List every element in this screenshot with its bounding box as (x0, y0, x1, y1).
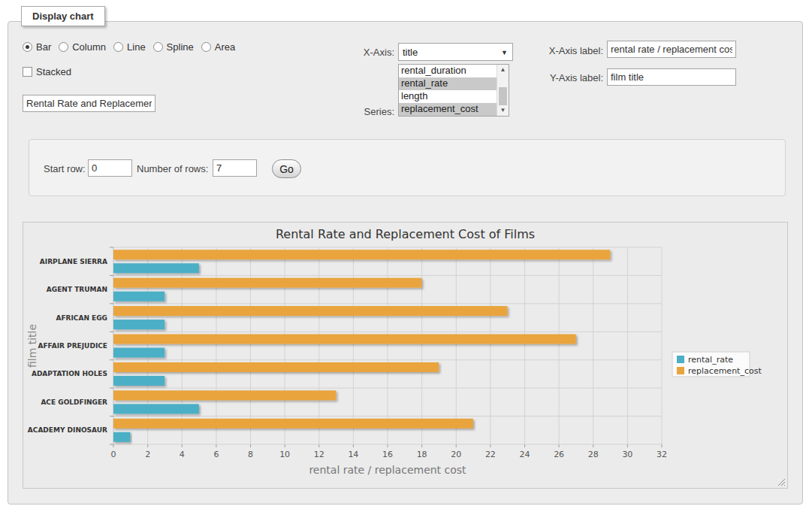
x-tick-label: 18 (417, 450, 427, 459)
checkbox-icon[interactable] (23, 67, 32, 77)
x-tick-label: 0 (111, 450, 116, 459)
resize-handle-icon[interactable] (777, 478, 786, 486)
x-tick-label: 10 (279, 450, 290, 459)
scroll-down-icon[interactable]: ▼ (497, 105, 509, 116)
start-row-caption: Start row: (44, 163, 86, 174)
category-label: ADAPTATION HOLES (32, 370, 107, 377)
legend-label[interactable]: replacement_cost (688, 366, 762, 376)
radio-button-icon[interactable] (59, 42, 68, 52)
bar-rental_rate[interactable] (113, 376, 165, 386)
x-tick-label: 28 (588, 450, 599, 459)
stacked-label: Stacked (36, 66, 71, 77)
stacked-checkbox-row[interactable]: Stacked (23, 66, 71, 77)
bar-rental_rate[interactable] (113, 404, 199, 414)
x-tick-label: 2 (145, 450, 150, 459)
bar-rental_rate[interactable] (113, 263, 199, 273)
radio-label: Spline (167, 41, 194, 53)
legend-swatch[interactable] (677, 367, 684, 374)
radio-column[interactable]: Column (59, 41, 106, 53)
category-label: ACE GOLDFINGER (41, 398, 107, 406)
x-axis-select[interactable]: title ▼ (398, 43, 513, 61)
radio-button-icon[interactable] (153, 42, 163, 52)
x-tick-label: 8 (248, 450, 253, 459)
x-tick-label: 32 (657, 450, 667, 459)
x-tick-label: 6 (213, 450, 219, 459)
series-option-rental-duration[interactable]: rental_duration (399, 65, 509, 77)
bar-rental_rate[interactable] (113, 292, 165, 301)
x-tick-label: 26 (554, 450, 564, 459)
radio-label: Column (72, 41, 106, 53)
bar-rental_rate[interactable] (113, 348, 165, 358)
radio-button-icon[interactable] (201, 42, 211, 52)
chart-svg: 02468101214161820222426283032AIRPLANE SI… (23, 223, 787, 488)
chart-type-radio-group: Bar Column Line Spline Area (23, 41, 235, 53)
radio-label: Line (127, 41, 146, 53)
legend-label[interactable]: rental_rate (688, 355, 733, 365)
bar-replacement_cost[interactable] (113, 362, 439, 372)
bar-rental_rate[interactable] (113, 320, 165, 329)
y-axis-label-caption: Y-Axis label: (528, 72, 603, 83)
bar-replacement_cost[interactable] (113, 390, 336, 400)
panel-title: Display chart (32, 11, 94, 22)
x-axis-label-caption: X-Axis label: (528, 45, 603, 56)
scrollbar-thumb[interactable] (499, 87, 507, 105)
number-of-rows-caption: Number of rows: (137, 163, 208, 174)
x-tick-label: 16 (382, 450, 393, 459)
legend-swatch[interactable] (677, 356, 684, 363)
x-tick-label: 24 (520, 450, 530, 459)
x-axis-title: rental rate / replacement cost (309, 464, 466, 476)
display-chart-tab: Display chart (21, 6, 105, 26)
x-axis-selected-value: title (403, 47, 418, 58)
category-label: AGENT TRUMAN (47, 286, 107, 293)
category-label: AFFAIR PREJUDICE (38, 342, 107, 350)
x-tick-label: 14 (348, 450, 358, 459)
bar-replacement_cost[interactable] (113, 335, 576, 344)
bar-replacement_cost[interactable] (113, 250, 610, 259)
y-axis-label-input[interactable] (607, 68, 736, 86)
x-tick-label: 20 (451, 450, 461, 459)
category-label: AIRPLANE SIERRA (40, 258, 107, 265)
series-option-length[interactable]: length (399, 90, 509, 103)
x-tick-label: 12 (314, 450, 324, 459)
bar-replacement_cost[interactable] (113, 278, 421, 288)
bar-replacement_cost[interactable] (113, 306, 507, 316)
radio-label: Bar (36, 41, 51, 53)
start-row-input[interactable] (88, 159, 132, 177)
series-option-rental-rate[interactable]: rental_rate (399, 77, 509, 90)
chevron-down-icon: ▼ (501, 49, 508, 56)
x-tick-label: 22 (485, 450, 496, 459)
go-button-label: Go (279, 163, 294, 175)
x-tick-label: 30 (622, 450, 632, 459)
radio-area[interactable]: Area (201, 41, 235, 53)
category-label: ACADEMY DINOSAUR (28, 426, 107, 434)
radio-button-icon[interactable] (113, 42, 123, 52)
go-button[interactable]: Go (272, 159, 301, 178)
radio-button-icon[interactable] (23, 42, 32, 52)
radio-label: Area (215, 41, 235, 53)
series-caption: Series: (342, 106, 394, 117)
scroll-up-icon[interactable]: ▲ (497, 65, 509, 75)
series-option-replacement-cost[interactable]: replacement_cost (399, 103, 509, 116)
x-axis-label-input[interactable] (607, 41, 736, 58)
chart-title: Rental Rate and Replacement Cost of Film… (276, 227, 535, 241)
series-listbox[interactable]: rental_duration rental_rate length repla… (398, 64, 509, 117)
bar-rental_rate[interactable] (113, 432, 131, 442)
radio-bar[interactable]: Bar (23, 41, 51, 53)
bar-replacement_cost[interactable] (113, 419, 473, 429)
radio-spline[interactable]: Spline (153, 41, 194, 53)
scrollbar[interactable]: ▲ ▼ (497, 65, 509, 116)
x-tick-label: 4 (180, 450, 185, 459)
radio-line[interactable]: Line (113, 41, 146, 53)
chart-title-input[interactable] (23, 95, 155, 112)
category-label: AFRICAN EGG (56, 314, 107, 322)
x-axis-caption: X-Axis: (342, 47, 394, 58)
number-of-rows-input[interactable] (213, 159, 257, 177)
bar-chart: 02468101214161820222426283032AIRPLANE SI… (23, 223, 787, 488)
chart-container: 02468101214161820222426283032AIRPLANE SI… (23, 222, 788, 489)
y-axis-title: film title (26, 324, 38, 368)
